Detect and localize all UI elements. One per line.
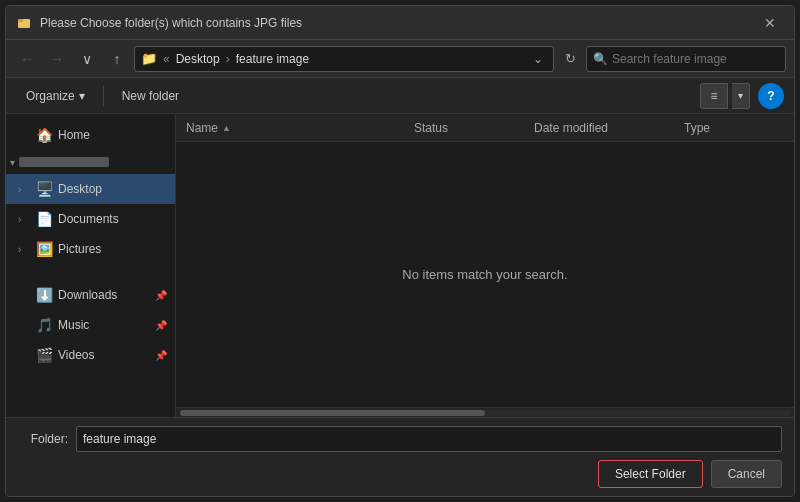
bottom-bar: Folder: Select Folder Cancel <box>6 417 794 496</box>
file-area: Name ▲ Status Date modified Type No item… <box>176 114 794 417</box>
toolbar: Organize ▾ New folder ≡ ▾ ? <box>6 78 794 114</box>
main-content: 🏠 Home ▾ › 🖥️ Desktop › 📄 Documents <box>6 114 794 417</box>
address-dropdown-button[interactable]: ⌄ <box>529 52 547 66</box>
folder-input[interactable] <box>76 426 782 452</box>
col-header-type: Type <box>684 121 784 135</box>
folder-label: Folder: <box>18 432 68 446</box>
sidebar-downloads-label: Downloads <box>58 288 149 302</box>
empty-message: No items match your search. <box>402 267 567 282</box>
sidebar-videos-label: Videos <box>58 348 149 362</box>
col-header-status: Status <box>414 121 534 135</box>
search-icon: 🔍 <box>593 52 608 66</box>
close-button[interactable]: ✕ <box>756 9 784 37</box>
address-folder-icon: 📁 <box>141 51 157 66</box>
documents-icon: 📄 <box>36 211 52 227</box>
sort-arrow: ▲ <box>222 123 231 133</box>
address-part-desktop: Desktop <box>176 52 220 66</box>
folder-row: Folder: <box>18 426 782 452</box>
sidebar-music-label: Music <box>58 318 149 332</box>
downloads-icon: ⬇️ <box>36 287 52 303</box>
back-button[interactable]: ← <box>14 46 40 72</box>
address-separator: › <box>226 52 230 66</box>
search-box: 🔍 <box>586 46 786 72</box>
documents-expand-arrow: › <box>18 214 30 225</box>
sidebar-home-label: Home <box>58 128 167 142</box>
search-input[interactable] <box>612 52 779 66</box>
organize-arrow: ▾ <box>79 89 85 103</box>
col-header-date: Date modified <box>534 121 684 135</box>
organize-button[interactable]: Organize ▾ <box>16 83 95 109</box>
forward-button[interactable]: → <box>44 46 70 72</box>
sidebar-item-videos[interactable]: 🎬 Videos 📌 <box>6 340 175 370</box>
home-icon: 🏠 <box>36 127 52 143</box>
pictures-expand-arrow: › <box>18 244 30 255</box>
address-bar[interactable]: 📁 « Desktop › feature image ⌄ <box>134 46 554 72</box>
file-list-header: Name ▲ Status Date modified Type <box>176 114 794 142</box>
up-button[interactable]: ↑ <box>104 46 130 72</box>
view-mode-button[interactable]: ≡ <box>700 83 728 109</box>
col-header-name: Name ▲ <box>186 121 414 135</box>
view-mode-dropdown[interactable]: ▾ <box>732 83 750 109</box>
sidebar-item-downloads[interactable]: ⬇️ Downloads 📌 <box>6 280 175 310</box>
sidebar-item-home[interactable]: 🏠 Home <box>6 120 175 150</box>
sidebar-section-user[interactable]: ▾ <box>6 150 175 174</box>
help-button[interactable]: ? <box>758 83 784 109</box>
section-arrow: ▾ <box>10 157 15 168</box>
sidebar-item-desktop[interactable]: › 🖥️ Desktop <box>6 174 175 204</box>
organize-label: Organize <box>26 89 75 103</box>
cancel-button[interactable]: Cancel <box>711 460 782 488</box>
nav-bar: ← → ∨ ↑ 📁 « Desktop › feature image ⌄ ↻ … <box>6 40 794 78</box>
desktop-expand-arrow: › <box>18 184 30 195</box>
sidebar-item-pictures[interactable]: › 🖼️ Pictures <box>6 234 175 264</box>
dialog-window: Please Choose folder(s) which contains J… <box>5 5 795 497</box>
recent-button[interactable]: ∨ <box>74 46 100 72</box>
button-row: Select Folder Cancel <box>18 460 782 488</box>
toolbar-separator <box>103 86 104 106</box>
dialog-title: Please Choose folder(s) which contains J… <box>40 16 756 30</box>
address-text: « <box>163 52 170 66</box>
select-folder-button[interactable]: Select Folder <box>598 460 703 488</box>
music-icon: 🎵 <box>36 317 52 333</box>
videos-icon: 🎬 <box>36 347 52 363</box>
sidebar-item-music[interactable]: 🎵 Music 📌 <box>6 310 175 340</box>
sidebar-item-documents[interactable]: › 📄 Documents <box>6 204 175 234</box>
scrollbar-thumb[interactable] <box>180 410 485 416</box>
refresh-button[interactable]: ↻ <box>558 47 582 71</box>
title-bar: Please Choose folder(s) which contains J… <box>6 6 794 40</box>
file-list-body: No items match your search. <box>176 142 794 407</box>
videos-pin-icon: 📌 <box>155 350 167 361</box>
downloads-pin-icon: 📌 <box>155 290 167 301</box>
music-pin-icon: 📌 <box>155 320 167 331</box>
horizontal-scrollbar[interactable] <box>176 407 794 417</box>
desktop-icon: 🖥️ <box>36 181 52 197</box>
sidebar-pictures-label: Pictures <box>58 242 167 256</box>
sidebar-desktop-label: Desktop <box>58 182 167 196</box>
pictures-icon: 🖼️ <box>36 241 52 257</box>
user-name-block <box>19 157 109 167</box>
new-folder-button[interactable]: New folder <box>112 83 189 109</box>
sidebar-documents-label: Documents <box>58 212 167 226</box>
address-part-feature: feature image <box>236 52 309 66</box>
sidebar: 🏠 Home ▾ › 🖥️ Desktop › 📄 Documents <box>6 114 176 417</box>
title-bar-icon <box>16 15 32 31</box>
scrollbar-track[interactable] <box>180 410 790 416</box>
svg-rect-1 <box>18 19 23 22</box>
